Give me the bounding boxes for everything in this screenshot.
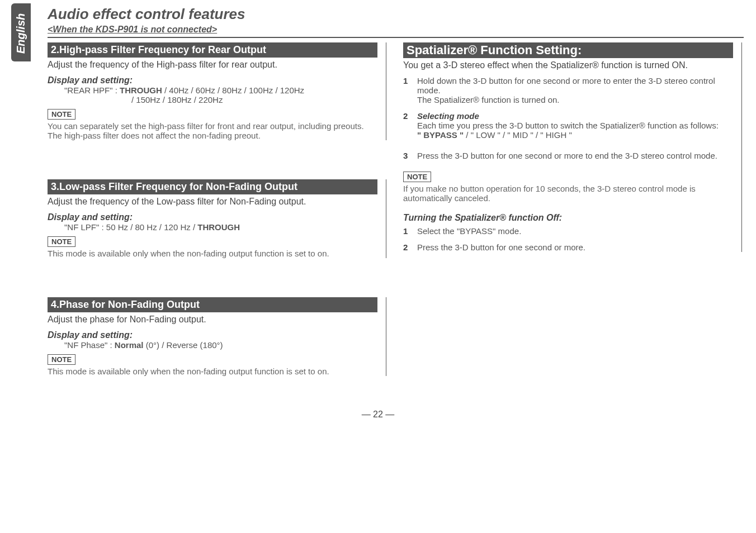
page-number: — 22 —: [0, 410, 756, 420]
note-label: NOTE: [48, 109, 75, 120]
setting-prefix: "NF Phase" :: [64, 340, 115, 350]
step-text-2: The Spatializer® function is turned on.: [417, 95, 560, 104]
setting-line-2: / 150Hz / 180Hz / 220Hz: [131, 95, 377, 104]
section-header: Spatializer® Function Setting:: [403, 42, 733, 58]
section-spatializer: Spatializer® Function Setting: You get a…: [403, 42, 742, 252]
page-title: Audio effect control features: [48, 6, 756, 23]
step-number: 2: [403, 111, 408, 121]
step-number: 1: [403, 76, 408, 85]
section-lead: Adjust the phase for Non-Fading output.: [48, 315, 377, 325]
display-setting-label: Display and setting:: [48, 75, 377, 85]
steps-on: 1 Hold down the 3-D button for one secon…: [403, 76, 733, 160]
section-header: 2.High-pass Filter Frequency for Rear Ou…: [48, 42, 377, 58]
note-label: NOTE: [48, 236, 75, 247]
step-3: 3 Press the 3-D button for one second or…: [403, 151, 733, 160]
setting-line: "NF Phase" : Normal (0°) / Reverse (180°…: [64, 340, 377, 350]
off-step-1: 1 Select the "BYPASS" mode.: [403, 226, 733, 236]
step-text: Select the "BYPASS" mode.: [417, 226, 521, 236]
section-lead: You get a 3-D stereo effect when the Spa…: [403, 60, 733, 70]
setting-options: / 40Hz / 60Hz / 80Hz / 100Hz / 120Hz: [162, 85, 304, 95]
section-header: 4.Phase for Non-Fading Output: [48, 297, 377, 312]
setting-line: "NF LPF" : 50 Hz / 80 Hz / 120 Hz / THRO…: [64, 222, 377, 232]
note-label: NOTE: [48, 354, 75, 365]
step-number: 2: [403, 242, 408, 252]
setting-options: "NF LPF" : 50 Hz / 80 Hz / 120 Hz /: [64, 222, 197, 232]
display-setting-label: Display and setting:: [48, 330, 377, 340]
step-text: Hold down the 3-D button for one second …: [417, 76, 715, 95]
note-text: If you make no button operation for 10 s…: [403, 184, 733, 203]
section-lead: Adjust the frequency of the Low-pass fil…: [48, 197, 377, 207]
section-phase-nf: 4.Phase for Non-Fading Output Adjust the…: [48, 297, 386, 376]
off-step-2: 2 Press the 3-D button for one second or…: [403, 242, 733, 252]
setting-default: Normal: [115, 340, 144, 350]
setting-options: (0°) / Reverse (180°): [144, 340, 223, 350]
off-title: Turning the Spatializer® function Off:: [403, 213, 733, 223]
display-setting-label: Display and setting:: [48, 212, 377, 222]
step-number: 3: [403, 151, 408, 160]
section-hpf-rear: 2.High-pass Filter Frequency for Rear Ou…: [48, 42, 386, 140]
step-2: 2 Selecting mode Each time you press the…: [403, 111, 733, 140]
setting-default: THROUGH: [120, 85, 162, 95]
note-label: NOTE: [403, 172, 431, 182]
step-number: 1: [403, 226, 408, 236]
setting-line: "REAR HPF" : THROUGH / 40Hz / 60Hz / 80H…: [64, 85, 377, 95]
note-text: This mode is available only when the non…: [48, 367, 377, 376]
setting-default: THROUGH: [197, 222, 240, 232]
language-tab: English: [11, 3, 31, 61]
step-text: Each time you press the 3-D button to sw…: [417, 121, 719, 130]
option-default: " BYPASS ": [417, 130, 464, 140]
step-text: Press the 3-D button for one second or m…: [417, 151, 717, 160]
section-lpf-nf: 3.Low-pass Filter Frequency for Non-Fadi…: [48, 179, 386, 258]
note-text: You can separately set the high-pass fil…: [48, 121, 377, 140]
step-text: Press the 3-D button for one second or m…: [417, 242, 585, 252]
note-text: This mode is available only when the non…: [48, 249, 377, 258]
page-subtitle: <When the KDS-P901 is not connected>: [48, 25, 756, 35]
divider: [48, 37, 744, 38]
steps-off: 1 Select the "BYPASS" mode. 2 Press the …: [403, 226, 733, 252]
option-rest: / " LOW " / " MID " / " HIGH ": [464, 130, 572, 140]
section-lead: Adjust the frequency of the High-pass fi…: [48, 60, 377, 70]
step-1: 1 Hold down the 3-D button for one secon…: [403, 76, 733, 104]
step-title: Selecting mode: [417, 111, 479, 121]
setting-prefix: "REAR HPF" :: [64, 85, 120, 95]
section-header: 3.Low-pass Filter Frequency for Non-Fadi…: [48, 179, 377, 194]
